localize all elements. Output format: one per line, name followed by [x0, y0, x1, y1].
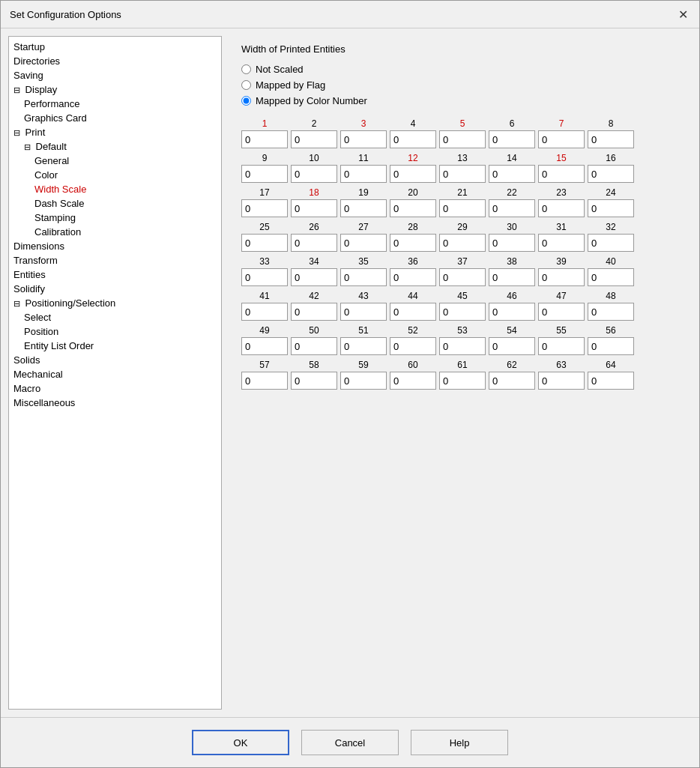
tree-item-dimensions[interactable]: Dimensions: [9, 239, 221, 253]
grid-input-26[interactable]: [291, 234, 337, 252]
grid-input-51[interactable]: [340, 337, 387, 355]
grid-input-53[interactable]: [439, 337, 486, 355]
grid-input-49[interactable]: [241, 337, 288, 355]
tree-item-color[interactable]: Color: [9, 168, 221, 182]
tree-item-select[interactable]: Select: [9, 310, 221, 324]
grid-input-25[interactable]: [241, 234, 288, 252]
grid-input-6[interactable]: [489, 130, 535, 148]
grid-input-42[interactable]: [291, 303, 337, 321]
tree-item-positioning[interactable]: ⊟ Positioning/Selection: [9, 296, 221, 310]
grid-input-34[interactable]: [291, 268, 337, 286]
grid-input-15[interactable]: [538, 165, 585, 183]
radio-not-scaled[interactable]: [241, 64, 251, 74]
grid-input-29[interactable]: [439, 234, 486, 252]
grid-input-41[interactable]: [241, 303, 288, 321]
grid-input-1[interactable]: [241, 130, 288, 148]
grid-input-55[interactable]: [538, 337, 585, 355]
tree-item-macro[interactable]: Macro: [9, 381, 221, 396]
help-button[interactable]: Help: [411, 730, 508, 755]
grid-input-32[interactable]: [588, 234, 634, 252]
grid-cell-26: 26: [291, 222, 337, 252]
grid-input-59[interactable]: [340, 372, 387, 390]
tree-item-default[interactable]: ⊟ Default: [9, 139, 221, 154]
grid-input-45[interactable]: [439, 303, 486, 321]
grid-input-44[interactable]: [390, 303, 436, 321]
grid-input-3[interactable]: [340, 130, 387, 148]
grid-input-20[interactable]: [390, 199, 436, 217]
grid-input-60[interactable]: [390, 372, 436, 390]
grid-input-43[interactable]: [340, 303, 387, 321]
tree-item-mechanical[interactable]: Mechanical: [9, 367, 221, 381]
tree-item-print[interactable]: ⊟ Print: [9, 125, 221, 139]
grid-input-21[interactable]: [439, 199, 486, 217]
grid-input-40[interactable]: [588, 268, 634, 286]
grid-input-23[interactable]: [538, 199, 585, 217]
tree-item-startup[interactable]: Startup: [9, 40, 221, 54]
grid-input-36[interactable]: [390, 268, 436, 286]
grid-input-14[interactable]: [489, 165, 535, 183]
tree-item-width-scale[interactable]: Width Scale: [9, 182, 221, 196]
tree-item-position[interactable]: Position: [9, 324, 221, 339]
radio-mapped-by-flag[interactable]: [241, 80, 251, 90]
grid-input-28[interactable]: [390, 234, 436, 252]
grid-input-62[interactable]: [489, 372, 535, 390]
grid-input-35[interactable]: [340, 268, 387, 286]
grid-input-64[interactable]: [588, 372, 634, 390]
cancel-button[interactable]: Cancel: [301, 730, 399, 755]
grid-input-18[interactable]: [291, 199, 337, 217]
grid-input-57[interactable]: [241, 372, 288, 390]
tree-item-solids[interactable]: Solids: [9, 353, 221, 367]
grid-input-12[interactable]: [390, 165, 436, 183]
close-button[interactable]: ✕: [675, 7, 690, 22]
grid-input-56[interactable]: [588, 337, 634, 355]
grid-input-22[interactable]: [489, 199, 535, 217]
grid-input-33[interactable]: [241, 268, 288, 286]
ok-button[interactable]: OK: [192, 730, 289, 755]
grid-input-48[interactable]: [588, 303, 634, 321]
grid-input-24[interactable]: [588, 199, 634, 217]
tree-item-display[interactable]: ⊟ Display: [9, 82, 221, 97]
grid-input-17[interactable]: [241, 199, 288, 217]
grid-label-43: 43: [341, 291, 386, 301]
tree-item-graphics-card[interactable]: Graphics Card: [9, 111, 221, 125]
tree-item-entity-list-order[interactable]: Entity List Order: [9, 339, 221, 353]
grid-input-39[interactable]: [538, 268, 585, 286]
tree-item-dash-scale[interactable]: Dash Scale: [9, 196, 221, 211]
grid-input-61[interactable]: [439, 372, 486, 390]
grid-input-58[interactable]: [291, 372, 337, 390]
tree-item-performance[interactable]: Performance: [9, 97, 221, 111]
grid-input-52[interactable]: [390, 337, 436, 355]
grid-input-5[interactable]: [439, 130, 486, 148]
grid-input-10[interactable]: [291, 165, 337, 183]
grid-input-16[interactable]: [588, 165, 634, 183]
tree-item-directories[interactable]: Directories: [9, 54, 221, 68]
grid-label-31: 31: [539, 222, 584, 232]
grid-input-30[interactable]: [489, 234, 535, 252]
grid-input-37[interactable]: [439, 268, 486, 286]
tree-item-general[interactable]: General: [9, 154, 221, 168]
grid-input-46[interactable]: [489, 303, 535, 321]
grid-input-31[interactable]: [538, 234, 585, 252]
tree-item-calibration[interactable]: Calibration: [9, 225, 221, 239]
grid-input-19[interactable]: [340, 199, 387, 217]
tree-item-transform[interactable]: Transform: [9, 253, 221, 267]
grid-input-27[interactable]: [340, 234, 387, 252]
grid-input-9[interactable]: [241, 165, 288, 183]
tree-item-stamping[interactable]: Stamping: [9, 211, 221, 225]
radio-mapped-by-color[interactable]: [241, 96, 251, 106]
grid-input-7[interactable]: [538, 130, 585, 148]
grid-input-54[interactable]: [489, 337, 535, 355]
grid-input-4[interactable]: [390, 130, 436, 148]
grid-input-13[interactable]: [439, 165, 486, 183]
grid-input-50[interactable]: [291, 337, 337, 355]
grid-input-2[interactable]: [291, 130, 337, 148]
tree-item-solidify[interactable]: Solidify: [9, 282, 221, 296]
grid-input-38[interactable]: [489, 268, 535, 286]
tree-item-miscellaneous[interactable]: Miscellaneous: [9, 396, 221, 410]
grid-input-11[interactable]: [340, 165, 387, 183]
grid-input-8[interactable]: [588, 130, 634, 148]
grid-input-63[interactable]: [538, 372, 585, 390]
tree-item-entities[interactable]: Entities: [9, 267, 221, 282]
grid-input-47[interactable]: [538, 303, 585, 321]
tree-item-saving[interactable]: Saving: [9, 68, 221, 82]
